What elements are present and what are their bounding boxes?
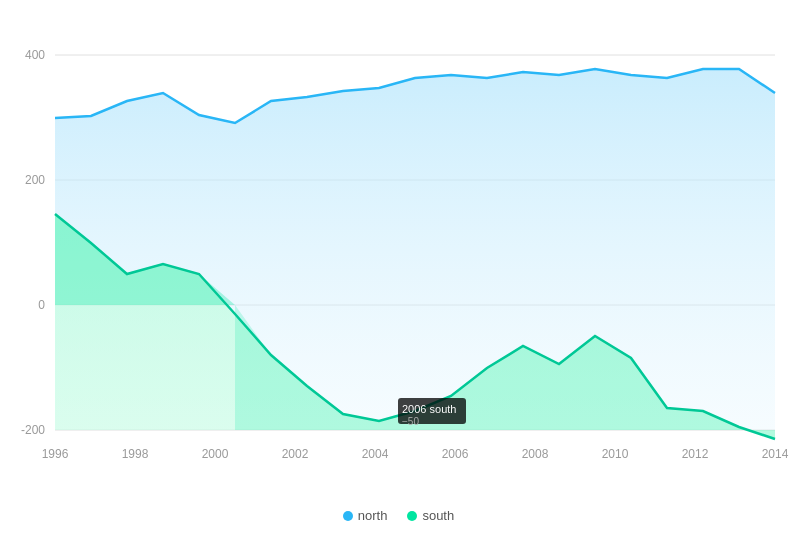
legend-south: south — [407, 508, 454, 523]
y-label-neg200: -200 — [21, 423, 45, 437]
tooltip-2006-south: 2006 south −50 — [398, 398, 466, 427]
x-label-2000: 2000 — [202, 447, 229, 461]
svg-text:2006 south: 2006 south — [402, 403, 456, 415]
y-label-200: 200 — [25, 173, 45, 187]
svg-text:−50: −50 — [402, 416, 419, 427]
x-label-2004: 2004 — [362, 447, 389, 461]
north-label: north — [358, 508, 388, 523]
x-label-1996: 1996 — [42, 447, 69, 461]
x-label-2002: 2002 — [282, 447, 309, 461]
x-label-1998: 1998 — [122, 447, 149, 461]
y-label-400: 400 — [25, 48, 45, 62]
south-dot — [407, 511, 417, 521]
x-label-2006: 2006 — [442, 447, 469, 461]
x-label-2012: 2012 — [682, 447, 709, 461]
x-label-2014: 2014 — [762, 447, 789, 461]
x-label-2008: 2008 — [522, 447, 549, 461]
north-dot — [343, 511, 353, 521]
chart-container: 400 200 0 -200 1996 1998 2000 2002 2004 … — [0, 0, 797, 543]
south-label: south — [422, 508, 454, 523]
legend-north: north — [343, 508, 388, 523]
chart-legend: north south — [0, 508, 797, 523]
y-label-0: 0 — [38, 298, 45, 312]
x-label-2010: 2010 — [602, 447, 629, 461]
